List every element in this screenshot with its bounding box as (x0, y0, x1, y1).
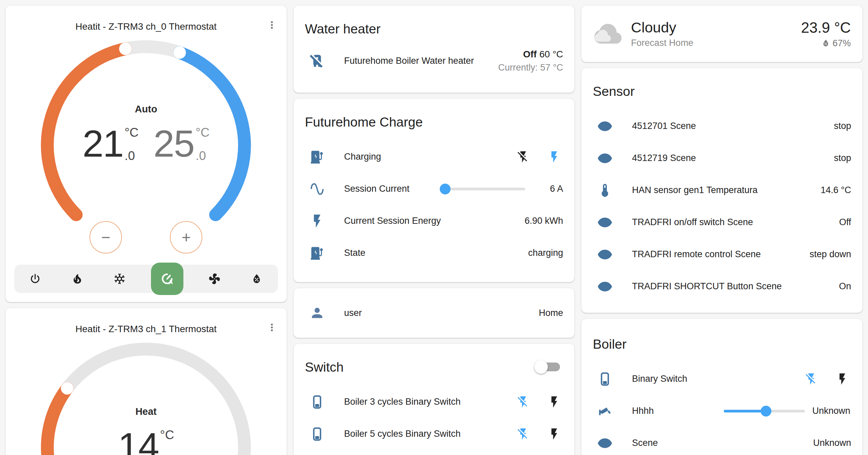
water-heater-title: Water heater (294, 6, 575, 39)
boiler-3-cycles-label: Boiler 3 cycles Binary Switch (344, 397, 461, 407)
thermostat-ch0-dial[interactable]: Auto 21 °C .0 25 °C (37, 37, 254, 253)
sine-wave-icon (309, 181, 325, 197)
thermostat-auto-icon: A (160, 271, 175, 286)
charger-state-row[interactable]: State charging (294, 237, 575, 269)
weather-card[interactable]: Cloudy Forecast Home 23.9 °C 67% (581, 5, 863, 62)
power-icon (29, 272, 42, 285)
mode-heat-button[interactable] (67, 268, 88, 290)
sensor-row[interactable]: TRADFRI remote control Scene step down (582, 238, 862, 270)
more-options-icon[interactable] (265, 321, 278, 334)
water-percent-icon (250, 272, 263, 285)
binary-switch-label: Binary Switch (632, 374, 687, 384)
thermostat-ch0-card: Heatit - Z-TRM3 ch_0 Thermostat Auto (5, 5, 287, 302)
session-current-slider-handle[interactable] (440, 184, 451, 194)
water-heater-row[interactable]: Futurehome Boiler Water heater Off 60 °C… (294, 39, 575, 83)
thermometer-icon (597, 183, 613, 198)
flash-icon[interactable] (836, 372, 849, 386)
futurehome-charge-card: Futurehome Charge Charging S (293, 99, 575, 282)
flash-off-icon[interactable] (516, 395, 530, 409)
session-current-slider[interactable] (441, 183, 525, 195)
mode-auto-button[interactable]: A (151, 263, 183, 295)
sensor-row[interactable]: TRADFRI SHORTCUT Button Scene On (582, 270, 862, 302)
eye-icon (597, 215, 613, 230)
hhhh-row[interactable]: Hhhh Unknown (582, 395, 862, 427)
flash-icon[interactable] (547, 395, 561, 409)
hhhh-label: Hhhh (632, 406, 654, 416)
sensor-value: On (839, 281, 851, 292)
column-left: Heatit - Z-TRM3 ch_0 Thermostat Auto (5, 5, 287, 455)
session-current-row[interactable]: Session Current 6 A (294, 173, 575, 205)
boiler-3-cycles-row[interactable]: Boiler 3 cycles Binary Switch (294, 386, 575, 418)
thermostat-ch1-title: Heatit - Z-TRM3 ch_1 Thermostat (6, 324, 286, 334)
device-icon (597, 371, 613, 387)
boiler-card: Boiler Binary Switch Hhhh (581, 319, 863, 455)
sensor-row[interactable]: TRADFRI on/off switch Scene Off (582, 206, 862, 238)
high-setpoint-handle[interactable] (173, 46, 186, 59)
sensor-row[interactable]: HAN sensor gen1 Temperatura 14.6 °C (582, 174, 862, 206)
session-current-value: 6 A (525, 184, 563, 194)
setpoint-handle[interactable] (61, 382, 74, 395)
account-icon (309, 305, 325, 321)
user-name: user (344, 308, 362, 318)
eye-icon (597, 435, 613, 451)
low-setpoint-handle[interactable] (119, 43, 132, 55)
session-current-label: Session Current (344, 184, 410, 194)
device-icon (309, 426, 325, 442)
thermostat-ch1-dial[interactable]: Heat 14 °C (37, 339, 254, 455)
sensor-label: TRADFRI on/off switch Scene (632, 217, 753, 228)
flash-off-icon[interactable] (516, 427, 530, 441)
boiler-scene-row[interactable]: Scene Unknown (582, 427, 862, 455)
hhhh-slider[interactable] (724, 405, 805, 417)
device-icon (309, 394, 325, 410)
charger-state-label: State (344, 248, 365, 258)
charge-card-title: Futurehome Charge (294, 99, 575, 132)
sensor-value: stop (834, 121, 851, 131)
user-card: user Home (293, 288, 575, 338)
sensor-card: Sensor 4512701 Scene stop 4512719 Scene … (581, 68, 863, 313)
water-heater-target: 60 °C (539, 49, 563, 59)
flash-off-icon[interactable] (805, 372, 818, 386)
binary-switch-row[interactable]: Binary Switch (582, 363, 862, 395)
humidity-icon (821, 38, 831, 48)
mode-cool-button[interactable] (109, 268, 130, 290)
hhhh-slider-handle[interactable] (761, 406, 771, 417)
mode-off-button[interactable] (24, 268, 46, 290)
flash-icon[interactable] (547, 427, 561, 441)
boiler-scene-value: Unknown (813, 438, 851, 448)
decrease-temp-button[interactable]: − (90, 221, 122, 253)
sensor-row[interactable]: 4512719 Scene stop (582, 142, 862, 174)
mode-fan-button[interactable] (204, 268, 225, 290)
water-heater-card: Water heater Futurehome Boiler Water hea… (293, 5, 575, 93)
eye-icon (597, 247, 613, 262)
column-middle: Water heater Futurehome Boiler Water hea… (293, 5, 575, 455)
fan-icon (208, 272, 221, 285)
session-energy-row[interactable]: Current Session Energy 6.90 kWh (294, 205, 575, 237)
thermostat-ch0-header: Heatit - Z-TRM3 ch_0 Thermostat (6, 6, 286, 32)
session-energy-value: 6.90 kWh (525, 216, 563, 226)
thermostat-ch1-header: Heatit - Z-TRM3 ch_1 Thermostat (6, 308, 286, 334)
eye-icon (597, 118, 613, 134)
user-row[interactable]: user Home (294, 305, 575, 321)
charging-row[interactable]: Charging (294, 141, 575, 173)
ev-station-icon (309, 149, 325, 165)
snowflake-icon (113, 272, 126, 285)
more-options-icon[interactable] (265, 19, 278, 31)
boiler-card-title: Boiler (582, 319, 862, 354)
hhhh-slider-fill (724, 410, 766, 412)
fire-icon (71, 272, 84, 285)
switch-master-toggle[interactable] (534, 360, 561, 374)
weather-temperature: 23.9 °C (801, 19, 851, 36)
flash-icon (309, 213, 325, 229)
sensor-value: Off (839, 217, 851, 228)
sensor-label: TRADFRI SHORTCUT Button Scene (632, 281, 782, 292)
sensor-value: stop (834, 153, 851, 163)
increase-temp-button[interactable]: + (170, 221, 202, 253)
water-boiler-off-icon (309, 53, 325, 69)
mode-dry-button[interactable] (246, 268, 267, 290)
flash-icon[interactable] (547, 150, 561, 164)
water-heater-current-temp: Currently: 57 °C (498, 62, 563, 73)
sensor-row[interactable]: 4512701 Scene stop (582, 110, 862, 142)
boiler-scene-label: Scene (632, 438, 658, 448)
boiler-5-cycles-row[interactable]: Boiler 5 cycles Binary Switch (294, 418, 575, 450)
flash-off-icon[interactable] (516, 150, 530, 164)
